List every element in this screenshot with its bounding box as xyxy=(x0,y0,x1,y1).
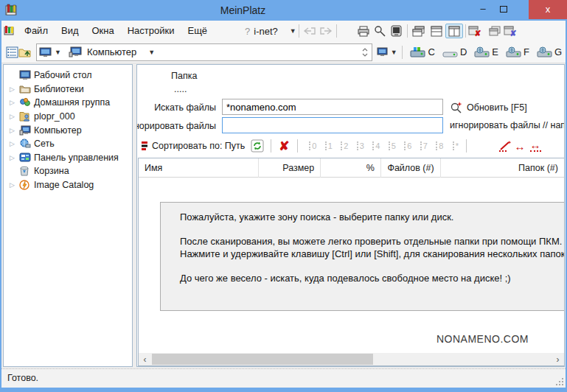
tree-item-network[interactable]: ▷ Сеть xyxy=(4,137,132,151)
clear-sort-icon[interactable]: ✘ xyxy=(279,139,289,154)
monitor-button-dropdown-icon[interactable]: ▼ xyxy=(391,49,397,56)
scrollbar-thumb[interactable] xyxy=(152,354,373,365)
depth-5-button[interactable]: 5 xyxy=(384,141,400,150)
column-percent[interactable]: % xyxy=(321,158,381,178)
expander-icon[interactable]: ▷ xyxy=(10,140,19,147)
help-dropdown-icon[interactable]: ▼ xyxy=(290,27,296,35)
depth-6-button[interactable]: 6 xyxy=(400,141,417,150)
print-icon[interactable] xyxy=(356,24,372,38)
tree-item-control-panel[interactable]: ▷ Панель управления xyxy=(4,151,132,165)
depth-0-button[interactable]: 0 xyxy=(305,141,321,150)
tree-item-recycle-bin[interactable]: Корзина xyxy=(4,164,132,178)
back-icon[interactable] xyxy=(302,24,318,38)
combobox-scroll-icon[interactable] xyxy=(361,46,369,58)
results-table: Имя Размер % Файлов (#) Папок (#) Пожалу… xyxy=(138,158,565,366)
image-catalog-icon xyxy=(19,180,32,190)
depth-8-button[interactable]: 8 xyxy=(432,141,448,150)
tree-label: Сеть xyxy=(32,139,55,149)
menu-more[interactable]: Ещё xyxy=(181,21,214,41)
location-combobox[interactable]: ▼ Компьютер ▼ xyxy=(36,43,372,61)
expander-icon[interactable]: ▷ xyxy=(10,154,19,161)
expander-icon[interactable]: ▷ xyxy=(10,85,19,93)
wand-icon[interactable] xyxy=(498,140,512,152)
refresh-button[interactable]: Обновить [F5] xyxy=(450,101,527,113)
expander-icon[interactable]: ▷ xyxy=(10,99,19,106)
expander-icon[interactable]: ▷ xyxy=(10,181,19,189)
sort-toolbar: Сортировать по: Путь ✘ 0 1 2 3 4 5 6 7 8 xyxy=(137,136,564,156)
search-icon[interactable] xyxy=(372,24,389,38)
folder-up-icon[interactable] xyxy=(18,45,32,60)
depth-7-button[interactable]: 7 xyxy=(416,141,432,150)
drive-d-button[interactable]: D xyxy=(439,46,470,58)
scan-panel: Папка ..... Искать файлы Обновить [F5] и… xyxy=(136,64,565,367)
drive-e-button[interactable]: E xyxy=(470,46,502,58)
drive-c-button[interactable]: C xyxy=(406,46,438,58)
tree-item-homegroup[interactable]: ▷ Домашняя группа xyxy=(4,96,132,110)
monitor-dropdown-icon[interactable]: ▼ xyxy=(55,49,61,56)
welcome-message: Пожалуйста, укажите зону поиска - выбери… xyxy=(160,202,565,311)
tile-vertical-icon[interactable] xyxy=(445,24,463,38)
depth-1-button[interactable]: 1 xyxy=(321,141,337,150)
minimize-button[interactable]: ‒ xyxy=(473,0,493,19)
swap-columns-icon[interactable]: ↔ xyxy=(515,140,526,153)
tree-item-image-catalog[interactable]: ▷ Image Catalog xyxy=(4,178,132,192)
device-icon[interactable] xyxy=(389,24,405,38)
close-window-icon[interactable]: ✘ xyxy=(468,24,486,38)
restore-windows-icon[interactable] xyxy=(486,24,504,38)
monitor-small-icon[interactable] xyxy=(37,45,53,60)
app-menu-icon[interactable] xyxy=(1,24,18,38)
maximize-button[interactable] xyxy=(493,0,514,19)
maximize-icon xyxy=(500,6,507,13)
tree-item-desktop[interactable]: Рабочий стол xyxy=(4,69,132,83)
menu-file[interactable]: Файл xyxy=(18,21,55,41)
close-button[interactable]: x xyxy=(529,0,567,19)
resize-grip-icon[interactable] xyxy=(562,384,563,385)
tree-label: Домашняя группа xyxy=(32,97,110,108)
depth-2-button[interactable]: 2 xyxy=(337,141,353,150)
help-menu[interactable]: ? i-net? xyxy=(245,26,278,37)
tree-item-user[interactable]: ▷ plopr_000 xyxy=(4,110,132,124)
separator xyxy=(336,24,337,38)
help-label: i-net? xyxy=(254,26,278,37)
drive-letter: F xyxy=(523,46,529,57)
drive-g-button[interactable]: G xyxy=(533,46,566,58)
column-folders[interactable]: Папок (#) xyxy=(441,158,564,178)
details-view-icon[interactable] xyxy=(6,45,18,60)
ignore-files-input[interactable] xyxy=(222,117,443,133)
menu-windows[interactable]: Окна xyxy=(86,21,121,41)
fit-columns-icon[interactable]: ↔ xyxy=(530,140,541,152)
cascade-windows-icon[interactable] xyxy=(410,24,428,38)
column-size[interactable]: Размер xyxy=(259,158,321,178)
depth-all-button[interactable]: * xyxy=(448,141,464,150)
status-bar: Готово. xyxy=(1,368,566,388)
monitor-dropdown-button[interactable] xyxy=(377,45,389,60)
column-name[interactable]: Имя xyxy=(139,158,259,178)
depth-4-button[interactable]: 4 xyxy=(369,141,385,150)
drive-letter: E xyxy=(492,46,498,57)
location-dropdown-icon[interactable]: ▼ xyxy=(148,49,155,56)
depth-3-button[interactable]: 3 xyxy=(352,141,369,150)
tree-item-computer[interactable]: ▷ Компьютер xyxy=(4,123,132,137)
app-window: MeinPlatz ‒ x Файл Вид Окна Настройки Ещ… xyxy=(0,0,567,392)
tile-horizontal-icon[interactable] xyxy=(428,24,445,38)
sort-by-label[interactable]: Сортировать по: Путь xyxy=(152,141,245,151)
find-files-input[interactable] xyxy=(222,99,443,115)
ignore-files-hint: игнорировать файлы // нап xyxy=(450,120,565,130)
tree-item-libraries[interactable]: ▷ Библиотеки xyxy=(4,83,132,97)
refresh-magnifier-icon xyxy=(450,101,463,113)
scroll-right-icon[interactable]: › xyxy=(552,354,564,365)
column-files[interactable]: Файлов (#) xyxy=(381,158,441,178)
expander-icon[interactable]: ▷ xyxy=(10,127,19,134)
menu-view[interactable]: Вид xyxy=(55,21,86,41)
ignore-files-label: игнорировать файлы xyxy=(137,121,216,131)
expander-icon[interactable]: ▷ xyxy=(10,113,19,120)
scroll-left-icon[interactable]: ‹ xyxy=(139,354,151,365)
forward-icon[interactable] xyxy=(318,24,334,38)
title-bar[interactable]: MeinPlatz ‒ x xyxy=(0,0,567,21)
horizontal-scrollbar[interactable]: ‹ › xyxy=(139,353,564,365)
sort-refresh-icon[interactable] xyxy=(251,139,264,153)
drive-f-button[interactable]: F xyxy=(502,46,533,58)
menu-settings[interactable]: Настройки xyxy=(121,21,181,41)
close-all-windows-icon[interactable]: ✘ xyxy=(504,24,521,38)
watermark: NONAMENO.COM xyxy=(436,333,529,345)
